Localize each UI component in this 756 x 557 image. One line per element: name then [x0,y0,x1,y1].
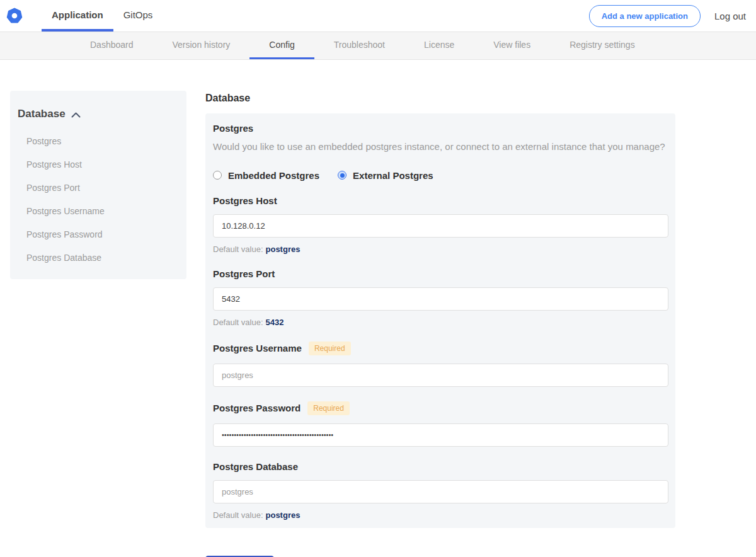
default-prefix: Default value: [213,510,263,520]
top-tabs: Application GitOps [42,0,163,32]
postgres-host-default-note: Default value:postgres [213,244,668,254]
subnav-item-dashboard[interactable]: Dashboard [71,32,153,59]
postgres-port-input[interactable] [213,287,668,311]
postgres-host-label: Postgres Host [213,195,277,206]
postgres-port-label: Postgres Port [213,268,275,279]
radio-embedded-label: Embedded Postgres [228,170,319,181]
postgres-username-label: Postgres Username [213,343,302,353]
sidebar-item-postgres-username[interactable]: Postgres Username [26,206,179,216]
top-header-bar: Application GitOps Add a new application… [0,0,756,32]
default-prefix: Default value: [213,244,263,254]
postgres-host-input[interactable] [213,214,668,238]
field-postgres-port: Postgres Port Default value:5432 [213,268,668,327]
postgres-radio-group: Embedded Postgres External Postgres [213,170,668,181]
sidebar-group-label: Database [18,108,66,120]
default-value: postgres [266,510,301,520]
sidebar-group-database[interactable]: Database [18,108,179,120]
chevron-up-icon [71,112,81,118]
app-logo[interactable] [6,0,23,32]
logout-button[interactable]: Log out [714,11,746,21]
field-postgres-username: Postgres Username Required [213,342,668,387]
postgres-database-label: Postgres Database [213,461,298,472]
config-page-content: Database Postgres Postgres Host Postgres… [0,60,756,557]
config-sidebar: Database Postgres Postgres Host Postgres… [10,91,186,279]
app-subnav: Dashboard Version history Config Trouble… [0,32,756,60]
sidebar-item-postgres-port[interactable]: Postgres Port [26,183,179,193]
postgres-password-input[interactable] [213,423,668,447]
postgres-database-default-note: Default value:postgres [213,510,668,520]
topbar-spacer [163,0,588,32]
postgres-username-input[interactable] [213,364,668,387]
replicated-logo-icon [6,8,23,24]
required-badge: Required [309,342,351,355]
radio-checked-icon[interactable] [338,171,346,180]
postgres-group-label: Postgres [213,123,668,134]
postgres-group: Postgres Would you like to use an embedd… [213,123,668,181]
default-value: 5432 [266,318,284,327]
sidebar-item-postgres-host[interactable]: Postgres Host [26,159,179,169]
subnav-item-view-files[interactable]: View files [474,32,550,59]
subnav-item-registry-settings[interactable]: Registry settings [550,32,654,59]
field-postgres-database: Postgres Database Default value:postgres [213,461,668,520]
subnav-item-license[interactable]: License [404,32,474,59]
default-prefix: Default value: [213,318,263,327]
database-config-panel: Postgres Would you like to use an embedd… [205,113,675,528]
required-badge: Required [307,401,350,415]
radio-embedded-postgres[interactable]: Embedded Postgres [213,170,319,181]
field-postgres-host: Postgres Host Default value:postgres [213,195,668,254]
tab-application[interactable]: Application [42,0,113,32]
subnav-item-version-history[interactable]: Version history [153,32,250,59]
tab-gitops[interactable]: GitOps [113,0,163,32]
add-new-application-button[interactable]: Add a new application [589,5,701,27]
default-value: postgres [266,244,301,254]
sidebar-item-postgres-password[interactable]: Postgres Password [26,229,179,239]
sidebar-item-postgres[interactable]: Postgres [26,136,179,146]
postgres-help-text: Would you like to use an embedded postgr… [213,141,668,153]
postgres-database-input[interactable] [213,480,668,503]
radio-external-label: External Postgres [353,170,433,181]
sidebar-item-list: Postgres Postgres Host Postgres Port Pos… [18,136,179,263]
postgres-port-default-note: Default value:5432 [213,318,668,327]
postgres-password-label: Postgres Password [213,403,301,413]
config-main-area: Database Postgres Would you like to use … [205,60,675,557]
sidebar-item-postgres-database[interactable]: Postgres Database [26,253,179,263]
page-title: Database [205,93,675,104]
radio-external-postgres[interactable]: External Postgres [338,170,433,181]
radio-unchecked-icon[interactable] [213,171,222,180]
field-postgres-password: Postgres Password Required [213,401,668,447]
subnav-item-troubleshoot[interactable]: Troubleshoot [314,32,404,59]
subnav-item-config[interactable]: Config [249,32,314,59]
